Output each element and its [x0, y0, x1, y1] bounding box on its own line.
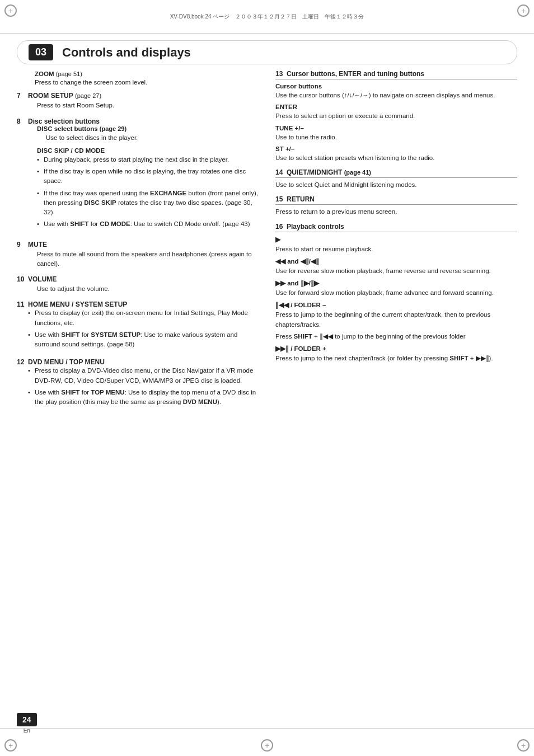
- fwd-slow-body: Use for forward slow motion playback, fr…: [275, 288, 517, 298]
- reg-mark-br: [517, 739, 530, 752]
- section-12: 12 DVD MENU / TOP MENU Press to display …: [17, 358, 259, 409]
- disc-select-body: Use to select discs in the player.: [46, 133, 259, 143]
- tune-sub: TUNE +/– Use to tune the radio.: [275, 125, 517, 142]
- reg-mark-bc: [261, 739, 273, 752]
- zoom-ref: (page 51): [56, 71, 82, 77]
- section-12-list: Press to display a DVD-Video disc menu, …: [28, 366, 259, 407]
- section-16: 16 Playback controls ▶ Press to start or…: [275, 223, 517, 364]
- st-label: ST +/–: [275, 145, 517, 152]
- rev-slow-sub: ◀◀ and ◀‖/◀‖ Use for reverse slow motion…: [275, 257, 517, 276]
- section-11-item-2: Use with SHIFT for SYSTEM SETUP: Use to …: [28, 330, 259, 350]
- section-16-title: 16 Playback controls: [275, 223, 517, 232]
- section-7: 7 ROOM SETUP (page 27) Press to start Ro…: [17, 92, 259, 110]
- section-9-title: MUTE: [28, 241, 47, 248]
- play-sub: ▶ Press to start or resume playback.: [275, 236, 517, 254]
- section-11-item-1: Press to display (or exit) the on-screen…: [28, 308, 259, 328]
- section-14: 14 QUIET/MIDNIGHT (page 41) Use to selec…: [275, 168, 517, 190]
- section-9: 9 MUTE Press to mute all sound from the …: [17, 241, 259, 269]
- section-14-title: 14 QUIET/MIDNIGHT (page 41): [275, 168, 517, 178]
- section-11: 11 HOME MENU / SYSTEM SETUP Press to dis…: [17, 300, 259, 351]
- chapter-header: 03 Controls and displays: [17, 40, 517, 64]
- section-14-body: Use to select Quiet and Midnight listeni…: [275, 180, 517, 190]
- section-10-num: 10: [17, 275, 28, 294]
- zoom-label: ZOOM: [35, 71, 54, 77]
- tune-label: TUNE +/–: [275, 125, 517, 132]
- section-11-title: HOME MENU / SYSTEM SETUP: [28, 300, 127, 308]
- enter-body: Press to select an option or execute a c…: [275, 111, 517, 121]
- section-15-body: Press to return to a previous menu scree…: [275, 207, 517, 217]
- disc-select-title: DISC select buttons (page 29): [37, 125, 259, 132]
- disc-skip-item-3: If the disc tray was opened using the EX…: [37, 189, 259, 218]
- section-8-num: 8: [17, 118, 28, 234]
- section-12-title: DVD MENU / TOP MENU: [28, 358, 105, 366]
- st-body: Use to select station presets when liste…: [275, 153, 517, 163]
- next-chapter-label: ▶▶‖ / FOLDER +: [275, 345, 517, 353]
- play-label: ▶: [275, 236, 517, 243]
- prev-chapter-label: ‖◀◀ / FOLDER –: [275, 301, 517, 309]
- section-15: 15 RETURN Press to return to a previous …: [275, 195, 517, 217]
- section-11-num: 11: [17, 300, 28, 351]
- page-number: 24: [17, 713, 37, 726]
- play-body: Press to start or resume playback.: [275, 245, 517, 254]
- top-bar: XV-DV8.book 24 ページ ２００３年１２月２７日 土曜日 午後１２時…: [0, 0, 534, 34]
- section-7-ref: (page 27): [75, 92, 101, 99]
- disc-skip-list: During playback, press to start playing …: [37, 155, 259, 229]
- zoom-body: Press to change the screen zoom level.: [35, 78, 259, 87]
- reg-mark-tr: [517, 4, 530, 17]
- section-12-item-2: Use with SHIFT for TOP MENU: Use to disp…: [28, 388, 259, 407]
- header-text: XV-DV8.book 24 ページ ２００３年１２月２７日 土曜日 午後１２時…: [170, 13, 364, 21]
- bottom-bar: [0, 728, 534, 756]
- disc-select-sub: DISC select buttons (page 29) Use to sel…: [37, 125, 259, 143]
- chapter-title: Controls and displays: [62, 45, 191, 60]
- section-7-title: ROOM SETUP: [28, 92, 73, 100]
- section-8-title: Disc selection buttons: [28, 118, 100, 125]
- tune-body: Use to tune the radio.: [275, 133, 517, 142]
- section-10-body: Use to adjust the volume.: [37, 284, 259, 294]
- section-9-num: 9: [17, 241, 28, 269]
- prev-chapter-sub: ‖◀◀ / FOLDER – Press to jump to the begi…: [275, 301, 517, 341]
- disc-skip-title: DISC SKIP / CD MODE: [37, 147, 259, 154]
- cursor-buttons-label: Cursor buttons: [275, 83, 517, 90]
- section-11-list: Press to display (or exit) the on-screen…: [28, 308, 259, 349]
- reg-mark-bl: [4, 739, 17, 752]
- disc-skip-sub: DISC SKIP / CD MODE During playback, pre…: [37, 147, 259, 229]
- section-7-body: Press to start Room Setup.: [37, 101, 259, 110]
- next-chapter-sub: ▶▶‖ / FOLDER + Press to jump to the next…: [275, 345, 517, 363]
- cursor-buttons-body: Use the cursor buttons (↑/↓/←/→) to navi…: [275, 91, 517, 100]
- section-12-item-1: Press to display a DVD-Video disc menu, …: [28, 366, 259, 386]
- fwd-slow-sub: ▶▶ and ‖▶/‖▶ Use for forward slow motion…: [275, 279, 517, 298]
- zoom-section: ZOOM (page 51) Press to change the scree…: [35, 70, 259, 87]
- enter-sub: ENTER Press to select an option or execu…: [275, 104, 517, 121]
- rev-slow-label: ◀◀ and ◀‖/◀‖: [275, 257, 517, 265]
- right-column: 13 Cursor buttons, ENTER and tuning butt…: [275, 70, 517, 416]
- section-8: 8 Disc selection buttons DISC select but…: [17, 118, 259, 234]
- disc-skip-item-1: During playback, press to start playing …: [37, 155, 259, 165]
- next-chapter-body: Press to jump to the next chapter/track …: [275, 354, 517, 363]
- section-12-num: 12: [17, 358, 28, 409]
- section-10: 10 VOLUME Use to adjust the volume.: [17, 275, 259, 294]
- left-column: ZOOM (page 51) Press to change the scree…: [17, 70, 259, 416]
- prev-chapter-shift: Press SHIFT + ‖◀◀ to jump to the beginni…: [275, 332, 517, 341]
- section-15-title: 15 RETURN: [275, 195, 517, 205]
- cursor-buttons-sub: Cursor buttons Use the cursor buttons (↑…: [275, 83, 517, 100]
- prev-chapter-body: Press to jump to the beginning of the cu…: [275, 310, 517, 330]
- disc-skip-item-2: If the disc tray is open while no disc i…: [37, 167, 259, 186]
- reg-mark-tl: [4, 4, 17, 17]
- main-content: ZOOM (page 51) Press to change the scree…: [17, 70, 517, 416]
- fwd-slow-label: ▶▶ and ‖▶/‖▶: [275, 279, 517, 287]
- chapter-number: 03: [29, 44, 53, 60]
- section-10-title: VOLUME: [28, 275, 57, 283]
- rev-slow-body: Use for reverse slow motion playback, fr…: [275, 266, 517, 276]
- section-13-title: 13 Cursor buttons, ENTER and tuning butt…: [275, 70, 517, 79]
- section-9-body: Press to mute all sound from the speaker…: [37, 250, 259, 269]
- enter-label: ENTER: [275, 104, 517, 110]
- st-sub: ST +/– Use to select station presets whe…: [275, 145, 517, 163]
- section-7-num: 7: [17, 92, 28, 110]
- section-13: 13 Cursor buttons, ENTER and tuning butt…: [275, 70, 517, 163]
- disc-skip-item-4: Use with SHIFT for CD MODE: Use to switc…: [37, 219, 259, 229]
